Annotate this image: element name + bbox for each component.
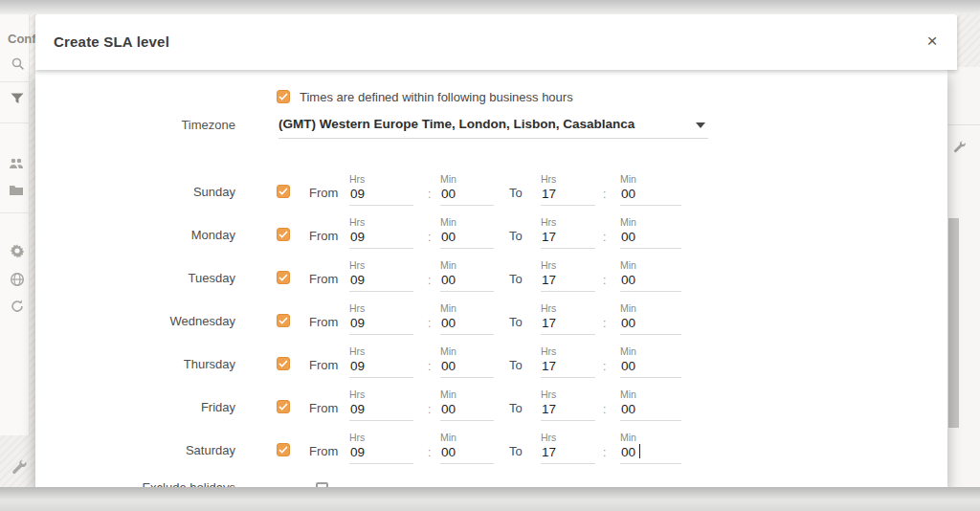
folder-icon[interactable] — [9, 183, 24, 198]
time-colon: : — [428, 274, 431, 287]
to-min-field: Min — [620, 389, 681, 421]
from-min-input[interactable] — [440, 359, 494, 378]
day-enabled-checkbox[interactable] — [277, 357, 290, 370]
min-column-label: Min — [620, 432, 681, 443]
day-row: Friday From Hrs : Min To Hrs : Min — [35, 389, 947, 427]
from-min-field: Min — [440, 216, 494, 249]
to-min-input[interactable] — [620, 187, 681, 206]
from-min-input[interactable] — [440, 230, 494, 249]
day-enabled-checkbox[interactable] — [277, 271, 290, 284]
from-hrs-input[interactable] — [349, 316, 413, 335]
globe-icon[interactable] — [10, 272, 25, 287]
to-min-input[interactable] — [620, 230, 681, 249]
to-hrs-field: Hrs — [541, 173, 595, 206]
from-min-field: Min — [440, 259, 494, 292]
close-icon[interactable]: × — [921, 30, 944, 53]
day-row: Saturday From Hrs : Min To Hrs : Min — [35, 432, 947, 470]
to-hrs-input[interactable] — [541, 273, 595, 292]
from-hrs-input[interactable] — [349, 445, 413, 464]
screen: Confi — [0, 0, 980, 511]
from-hrs-field: Hrs — [349, 432, 413, 464]
day-enabled-checkbox[interactable] — [277, 228, 290, 241]
timezone-select[interactable]: (GMT) Western Europe Time, London, Lisbo… — [278, 112, 708, 139]
to-min-input[interactable] — [620, 273, 681, 292]
min-column-label: Min — [620, 259, 681, 271]
business-hours-checkbox[interactable] — [277, 90, 290, 103]
time-colon: : — [428, 446, 431, 459]
hrs-column-label: Hrs — [349, 389, 413, 400]
hrs-column-label: Hrs — [541, 302, 595, 314]
hrs-column-label: Hrs — [541, 345, 595, 357]
background-sidebar: Confi — [0, 14, 30, 435]
to-min-field: Min — [620, 345, 681, 378]
to-hrs-input[interactable] — [541, 359, 595, 378]
hrs-column-label: Hrs — [349, 216, 413, 228]
hrs-column-label: Hrs — [541, 389, 595, 400]
to-hrs-input[interactable] — [541, 402, 595, 421]
time-colon: : — [428, 317, 431, 330]
gear-icon[interactable] — [10, 243, 25, 258]
to-hrs-field: Hrs — [541, 259, 595, 292]
time-colon: : — [428, 360, 431, 373]
dialog-body: Times are defined within following busin… — [35, 70, 947, 487]
to-hrs-field: Hrs — [541, 389, 595, 421]
day-enabled-checkbox[interactable] — [277, 443, 290, 456]
to-min-input[interactable] — [620, 359, 681, 378]
time-colon: : — [428, 403, 431, 416]
from-label: From — [309, 315, 338, 329]
from-min-input[interactable] — [440, 187, 494, 206]
to-min-input[interactable] — [620, 402, 681, 421]
day-enabled-checkbox[interactable] — [277, 314, 290, 327]
to-hrs-input[interactable] — [541, 230, 595, 249]
search-icon[interactable] — [11, 56, 26, 72]
dialog-header: Create SLA level × — [35, 14, 957, 70]
to-min-input[interactable] — [620, 316, 681, 335]
bottom-edge-band — [0, 487, 980, 511]
from-hrs-input[interactable] — [349, 402, 413, 421]
time-colon: : — [603, 231, 606, 244]
divider — [0, 122, 30, 123]
from-min-input[interactable] — [440, 402, 494, 421]
to-hrs-input[interactable] — [541, 187, 595, 206]
from-hrs-input[interactable] — [349, 359, 413, 378]
to-min-field: Min — [620, 216, 681, 249]
to-min-input[interactable] — [620, 445, 681, 464]
min-column-label: Min — [440, 389, 494, 400]
to-hrs-input[interactable] — [541, 316, 595, 335]
from-label: From — [309, 401, 338, 415]
day-row: Tuesday From Hrs : Min To Hrs : Min — [35, 259, 947, 298]
min-column-label: Min — [620, 302, 681, 314]
filter-icon[interactable] — [10, 91, 25, 106]
from-min-input[interactable] — [440, 445, 494, 464]
to-label: To — [509, 186, 523, 200]
from-label: From — [309, 272, 338, 286]
hrs-column-label: Hrs — [541, 173, 595, 185]
sync-icon[interactable] — [10, 299, 25, 314]
from-hrs-input[interactable] — [349, 187, 413, 206]
day-enabled-checkbox[interactable] — [277, 400, 290, 413]
to-label: To — [509, 229, 523, 243]
time-colon: : — [603, 360, 606, 373]
day-label: Tuesday — [115, 271, 235, 285]
users-icon[interactable] — [9, 156, 24, 171]
day-row: Monday From Hrs : Min To Hrs : Min — [35, 216, 947, 255]
day-enabled-checkbox[interactable] — [277, 185, 290, 198]
from-min-input[interactable] — [440, 316, 494, 335]
from-min-field: Min — [440, 173, 494, 206]
to-label: To — [509, 272, 523, 286]
from-label: From — [309, 186, 338, 200]
from-hrs-field: Hrs — [349, 302, 413, 335]
to-min-field: Min — [620, 173, 681, 206]
from-hrs-input[interactable] — [349, 273, 413, 292]
to-hrs-input[interactable] — [541, 445, 595, 464]
from-hrs-input[interactable] — [349, 230, 413, 249]
wrench-icon[interactable] — [11, 458, 28, 475]
min-column-label: Min — [620, 216, 681, 228]
divider — [0, 81, 30, 82]
hrs-column-label: Hrs — [349, 345, 413, 357]
from-min-input[interactable] — [440, 273, 494, 292]
time-colon: : — [603, 446, 606, 459]
hrs-column-label: Hrs — [541, 432, 595, 443]
to-hrs-field: Hrs — [541, 432, 595, 464]
time-colon: : — [428, 231, 431, 244]
